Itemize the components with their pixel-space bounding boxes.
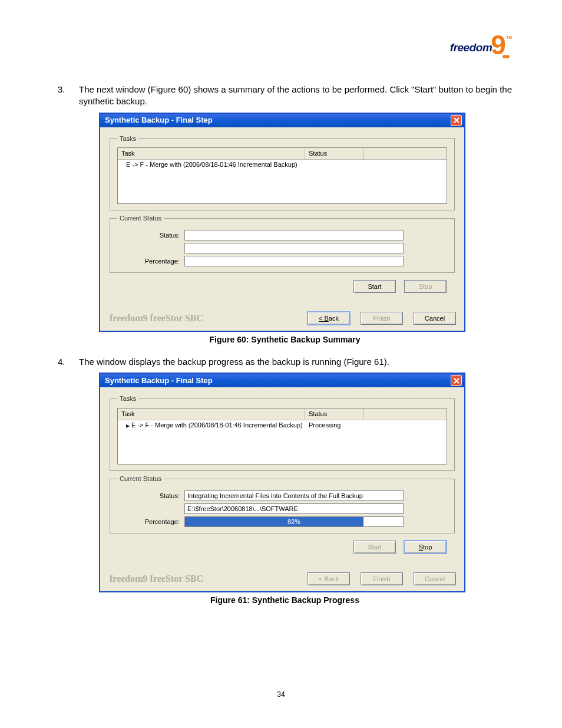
figure-61-caption: Figure 61: Synthetic Backup Progress	[58, 595, 512, 606]
percentage-label: Percentage:	[117, 518, 184, 526]
stop-button: Stop	[404, 280, 447, 293]
cancel-button[interactable]: Cancel	[414, 312, 456, 325]
back-button[interactable]: < Back	[308, 312, 350, 325]
figure-60-caption: Figure 60: Synthetic Backup Summary	[58, 334, 512, 345]
synthetic-backup-dialog-summary: Synthetic Backup - Final Step Tasks Task…	[99, 113, 465, 332]
progress-text: 82%	[185, 517, 403, 526]
task-cell: E -> F - Merge with (2006/08/18-01:46 In…	[118, 420, 305, 430]
current-status-legend: Current Status	[117, 475, 164, 483]
tasks-legend: Tasks	[117, 394, 138, 403]
col-status-header: Status	[305, 148, 364, 159]
step-3-number: 3.	[58, 84, 79, 108]
titlebar: Synthetic Backup - Final Step	[100, 114, 464, 127]
current-status-group: Current Status Status: Integrating Incre…	[110, 475, 455, 533]
brand-logo: freedom9TM ●●	[450, 35, 512, 61]
step-4: 4. The window displays the backup progre…	[58, 356, 512, 368]
tasks-table: Task Status E -> F - Merge with (2006/08…	[117, 408, 447, 465]
table-row: E -> F - Merge with (2006/08/18-01:46 In…	[118, 160, 447, 170]
status-field-2	[184, 243, 404, 253]
status-cell	[305, 160, 364, 170]
tasks-group: Tasks Task Status E -> F - Merge with (2…	[110, 134, 455, 211]
step-3: 3. The next window (Figure 60) shows a s…	[58, 84, 512, 108]
col-task-header: Task	[118, 148, 305, 159]
finish-button: Finish	[361, 572, 403, 585]
step-4-number: 4.	[58, 356, 79, 368]
titlebar: Synthetic Backup - Final Step	[100, 374, 464, 387]
brand-footer-text: freedom9 freeStor SBC	[110, 312, 203, 325]
close-icon[interactable]	[451, 375, 462, 386]
page-number: 34	[0, 690, 562, 699]
status-cell: Processing	[305, 420, 364, 430]
col-status-header: Status	[305, 409, 364, 420]
status-field: Integrating Incremental Files into Conte…	[184, 490, 404, 501]
logo-word: freedom	[450, 41, 492, 54]
current-status-group: Current Status Status: Percentage:	[110, 214, 455, 273]
start-button: Start	[353, 541, 396, 554]
percentage-label: Percentage:	[117, 257, 184, 266]
status-field	[184, 230, 404, 241]
finish-button: Finish	[361, 312, 403, 325]
close-icon[interactable]	[451, 115, 462, 126]
task-cell: E -> F - Merge with (2006/08/18-01:46 In…	[118, 160, 305, 170]
col-task-header: Task	[118, 409, 305, 420]
synthetic-backup-dialog-progress: Synthetic Backup - Final Step Tasks Task…	[99, 373, 465, 592]
window-title: Synthetic Backup - Final Step	[105, 375, 213, 386]
stop-button[interactable]: Stop	[404, 541, 447, 554]
status-label: Status:	[117, 492, 184, 500]
status-label: Status:	[117, 231, 184, 240]
window-title: Synthetic Backup - Final Step	[105, 115, 213, 126]
tasks-legend: Tasks	[117, 134, 138, 143]
percentage-progressbar: 82%	[184, 516, 404, 527]
back-button: < Back	[308, 572, 350, 585]
tasks-group: Tasks Task Status E -> F - Merge with (2…	[110, 394, 455, 471]
step-3-text: The next window (Figure 60) shows a summ…	[79, 84, 512, 108]
step-4-text: The window displays the backup progress …	[79, 356, 512, 368]
percentage-field	[184, 256, 404, 266]
logo-tm: TM	[506, 35, 512, 39]
cancel-button: Cancel	[414, 572, 456, 585]
table-row: E -> F - Merge with (2006/08/18-01:46 In…	[118, 420, 447, 430]
brand-footer-text: freedom9 freeStor SBC	[110, 572, 203, 585]
current-status-legend: Current Status	[117, 214, 164, 223]
tasks-table: Task Status E -> F - Merge with (2006/08…	[117, 147, 447, 204]
start-button[interactable]: Start	[353, 280, 396, 293]
status-field-2: E:\$freeStor\20060818\...\SOFTWARE	[184, 503, 404, 514]
